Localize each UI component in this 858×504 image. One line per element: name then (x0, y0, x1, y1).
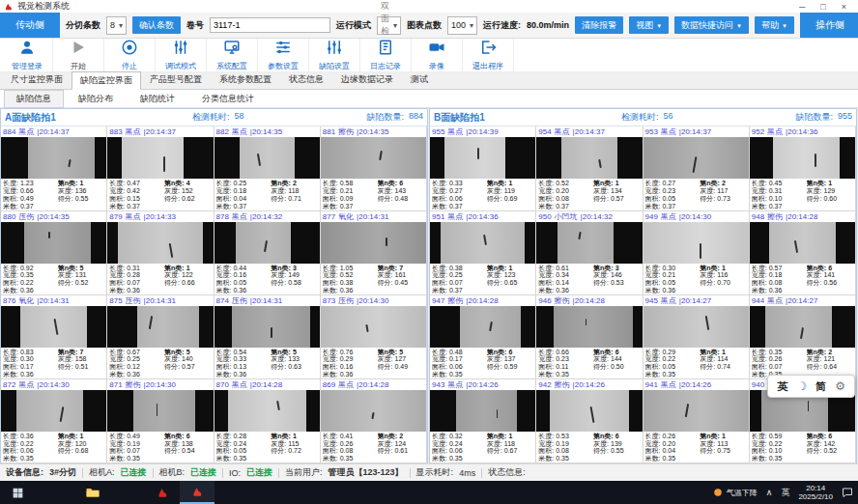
defect-image[interactable] (321, 222, 426, 264)
defect-cell[interactable]: 949黑点|20:14:30长度:0.30宽度:0.21面积:0.05米数:0.… (644, 211, 750, 295)
app-icon-inspection[interactable] (145, 481, 180, 504)
gear-icon[interactable]: ⚙ (835, 379, 845, 393)
defect-image[interactable] (644, 222, 749, 264)
defect-cell[interactable]: 948擦伤|20:14:28长度:0.57宽度:0.18面积:0.08米数:0.… (750, 211, 856, 295)
defect-image[interactable] (1, 137, 106, 179)
defect-cell[interactable]: 871擦伤|20:14:30长度:0.49宽度:0.19面积:0.07米数:0.… (107, 379, 214, 463)
defect-image[interactable] (750, 137, 855, 179)
action-debug-button[interactable]: 调试模式 (156, 39, 207, 71)
tab-2[interactable]: 产品型号配置 (141, 70, 211, 89)
roll-number-input[interactable] (210, 17, 330, 33)
action-system-button[interactable]: 系统配置 (207, 39, 258, 71)
tab-3[interactable]: 系统参数配置 (211, 70, 280, 89)
tab-6[interactable]: 测试 (402, 70, 437, 89)
start-menu-button[interactable] (0, 481, 35, 504)
weather-widget[interactable]: 气温下降 (713, 488, 758, 498)
defect-image[interactable] (644, 137, 749, 179)
subtab-2[interactable]: 缺陷统计 (128, 90, 187, 108)
action-camera-button[interactable]: 录像 (412, 39, 463, 71)
action-exit-button[interactable]: 退出程序 (463, 39, 514, 71)
defect-cell[interactable]: 877氧化|20:14:31长度:1.05宽度:0.52面积:0.38米数:0.… (321, 211, 427, 295)
subtab-3[interactable]: 分类信息统计 (189, 90, 267, 108)
moon-icon[interactable]: ☽ (796, 379, 807, 393)
defect-cell[interactable]: 880压伤|20:14:35长度:0.92宽度:0.35面积:0.22米数:0.… (1, 211, 107, 295)
operator-side-button[interactable]: 操作侧 (800, 13, 858, 38)
defect-image[interactable] (214, 222, 320, 264)
defect-cell[interactable]: 947擦伤|20:14:28长度:0.48宽度:0.17面积:0.06米数:0.… (430, 295, 536, 379)
clock[interactable]: 20:14 2025/2/10 (798, 484, 833, 501)
defect-cell[interactable]: 876氧化|20:14:31长度:0.83宽度:0.30面积:0.17米数:0.… (1, 295, 107, 379)
defect-image[interactable] (750, 222, 855, 264)
defect-image[interactable] (321, 306, 426, 348)
defect-image[interactable] (321, 137, 426, 179)
defect-cell[interactable]: 942擦伤|20:14:26长度:0.53宽度:0.19面积:0.08米数:0.… (536, 379, 643, 463)
defect-cell[interactable]: 875压伤|20:14:31长度:0.67宽度:0.25面积:0.12米数:0.… (107, 295, 214, 379)
defect-cell[interactable]: 873压伤|20:14:30长度:0.76宽度:0.29面积:0.16米数:0.… (321, 295, 427, 379)
defect-cell[interactable]: 944黑点|20:14:27长度:0.35宽度:0.26面积:0.07米数:0.… (750, 295, 856, 379)
defect-cell[interactable]: 952黑点|20:14:36长度:0.45宽度:0.31面积:0.10米数:0.… (750, 126, 856, 210)
defect-image[interactable] (107, 306, 213, 348)
clear-alarm-button[interactable]: 清除报警 (575, 16, 623, 34)
defect-cell[interactable]: 943黑点|20:14:26长度:0.32宽度:0.24面积:0.06米数:0.… (430, 379, 536, 463)
defect-cell[interactable]: 941黑点|20:14:26长度:0.26宽度:0.20面积:0.04米数:0.… (644, 379, 750, 463)
defect-image[interactable] (430, 222, 535, 264)
defect-image[interactable] (430, 137, 535, 179)
ime-english-button[interactable]: 英 (777, 379, 787, 394)
drive-side-button[interactable]: 传动侧 (0, 13, 60, 38)
defect-image[interactable] (1, 306, 106, 348)
defect-cell[interactable]: 878黑点|20:14:32长度:0.44宽度:0.16面积:0.05米数:0.… (214, 211, 321, 295)
defect-cell[interactable]: 953黑点|20:14:37长度:0.27宽度:0.23面积:0.05米数:0.… (644, 126, 750, 210)
defect-image[interactable] (644, 390, 749, 432)
close-icon[interactable]: × (842, 2, 846, 12)
defect-image[interactable] (107, 222, 213, 264)
defect-cell[interactable]: 869黑点|20:14:28长度:0.41宽度:0.26面积:0.08米数:0.… (321, 379, 427, 463)
notification-center-icon[interactable] (842, 487, 853, 498)
defect-image[interactable] (107, 137, 213, 179)
defect-image[interactable] (644, 306, 749, 348)
defect-image[interactable] (430, 390, 535, 432)
app-icon-inspection-active[interactable] (180, 481, 214, 504)
defect-image[interactable] (1, 222, 106, 264)
action-stop-button[interactable]: 停止 (104, 39, 156, 71)
help-menu-button[interactable]: 帮助 (755, 16, 794, 34)
tab-1[interactable]: 缺陷监控界面 (72, 71, 141, 90)
view-menu-button[interactable]: 视图 (629, 16, 669, 34)
defect-image[interactable] (214, 306, 320, 348)
defect-image[interactable] (107, 390, 213, 432)
defect-cell[interactable]: 950小凹坑|20:14:32长度:0.61宽度:0.34面积:0.14米数:0… (536, 211, 643, 295)
defect-image[interactable] (536, 222, 642, 264)
defect-cell[interactable]: 870黑点|20:14:28长度:0.28宽度:0.24面积:0.05米数:0.… (214, 379, 321, 463)
action-person-button[interactable]: 管理登录 (2, 39, 53, 71)
defect-cell[interactable]: 946擦伤|20:14:28长度:0.66宽度:0.23面积:0.11米数:0.… (536, 295, 643, 379)
defect-image[interactable] (214, 137, 320, 179)
subtab-0[interactable]: 缺陷信息 (4, 90, 64, 108)
action-play-button[interactable]: 开始 (53, 39, 104, 71)
quick-access-menu-button[interactable]: 数据快捷访问 (674, 16, 749, 34)
action-log-button[interactable]: 日志记录 (360, 39, 412, 71)
subtab-1[interactable]: 缺陷分布 (66, 90, 126, 108)
action-defect-button[interactable]: 缺陷设置 (309, 39, 360, 71)
defect-cell[interactable]: 882黑点|20:14:35长度:0.25宽度:0.18面积:0.04米数:0.… (214, 126, 321, 210)
defect-cell[interactable]: 872黑点|20:14:30长度:0.36宽度:0.22面积:0.06米数:0.… (1, 379, 107, 463)
defect-image[interactable] (430, 306, 535, 348)
run-mode-select[interactable]: 双面检测 (377, 16, 401, 35)
ime-simplified-button[interactable]: 简 (815, 379, 826, 394)
action-params-button[interactable]: 参数设置 (258, 39, 309, 71)
defect-cell[interactable]: 951黑点|20:14:36长度:0.38宽度:0.25面积:0.07米数:0.… (430, 211, 536, 295)
defect-cell[interactable]: 883黑点|20:14:37长度:0.47宽度:0.42面积:0.15米数:0.… (107, 126, 214, 210)
defect-image[interactable] (1, 390, 106, 432)
defect-image[interactable] (536, 390, 642, 432)
minimize-icon[interactable]: ─ (799, 2, 805, 12)
defect-cell[interactable]: 955黑点|20:14:39长度:0.33宽度:0.27面积:0.06米数:0.… (430, 126, 536, 210)
defect-cell[interactable]: 945黑点|20:14:27长度:0.29宽度:0.22面积:0.05米数:0.… (644, 295, 750, 379)
defect-cell[interactable]: 954黑点|20:14:37长度:0.52宽度:0.20面积:0.08米数:0.… (536, 126, 643, 210)
tab-0[interactable]: 尺寸监控界面 (2, 70, 72, 89)
chart-points-select[interactable]: 100 (447, 16, 477, 35)
hidden-icons-button[interactable]: ∧ (766, 488, 773, 497)
defect-cell[interactable]: 874压伤|20:14:31长度:0.54宽度:0.33面积:0.13米数:0.… (214, 295, 321, 379)
defect-cell[interactable]: 879黑点|20:14:33长度:0.31宽度:0.28面积:0.07米数:0.… (107, 211, 214, 295)
defect-image[interactable] (750, 306, 855, 348)
defect-image[interactable] (321, 390, 426, 432)
defect-cell[interactable]: 881擦伤|20:14:35长度:0.58宽度:0.21面积:0.09米数:0.… (321, 126, 427, 210)
defect-image[interactable] (536, 306, 642, 348)
